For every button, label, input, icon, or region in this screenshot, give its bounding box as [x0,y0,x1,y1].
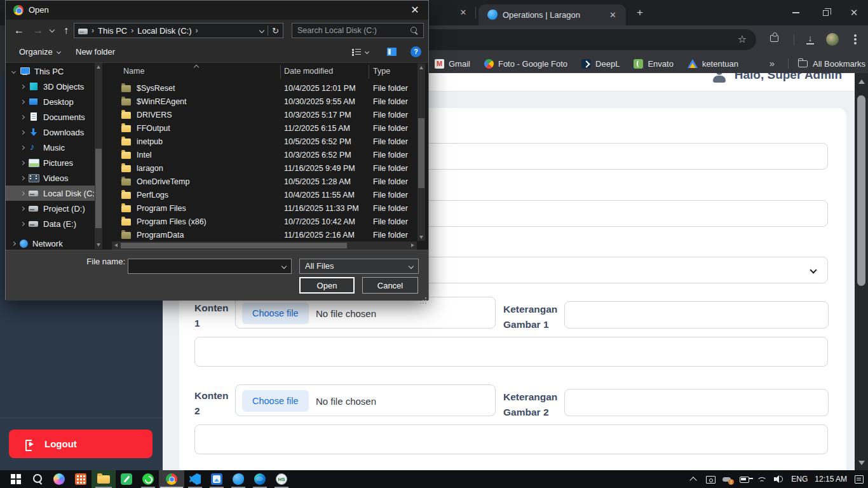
scroll-down-arrow-icon[interactable] [858,461,865,465]
dialog-close-button[interactable]: ✕ [402,1,428,20]
file-row[interactable]: Program Files 11/16/2025 11:33 PM File f… [112,202,417,215]
tree-item[interactable]: Desktop [6,94,98,109]
file-row[interactable]: FFOutput 11/2/2025 6:15 AM File folder [112,122,417,135]
tree-item[interactable]: This PC [6,64,98,79]
preview-pane-button[interactable] [387,41,397,62]
file-row[interactable]: $WinREAgent 10/30/2025 9:55 AM File fold… [112,95,417,109]
scroll-right-arrow-icon[interactable] [411,243,414,247]
clock[interactable]: 12:15 AM [815,475,847,484]
file-row[interactable]: DRIVERS 10/3/2025 5:17 PM File folder [112,109,417,122]
refresh-icon[interactable]: ↻ [272,26,279,36]
column-divider[interactable] [369,65,369,79]
file-list-vertical-scrollbar[interactable] [417,64,425,241]
tree-expander-chevron-icon[interactable] [20,114,25,119]
window-close-button[interactable]: ✕ [841,0,867,25]
breadcrumb-this-pc[interactable]: This PC [98,26,127,36]
taskbar-app-button[interactable] [137,470,159,488]
taskbar-app-button[interactable] [92,470,116,488]
tree-expander-chevron-icon[interactable] [20,221,25,226]
choose-file-button[interactable]: Choose file [242,302,309,324]
taskbar-app-button[interactable] [206,470,227,488]
bookmark-item[interactable]: Gmail [435,59,470,69]
file-row[interactable]: Program Files (x86) 10/7/2025 10:42 AM F… [112,215,417,229]
scroll-up-arrow-icon[interactable] [858,79,865,84]
scroll-down-arrow-icon[interactable] [419,236,423,239]
page-scrollbar[interactable] [855,73,868,470]
file-name-combobox[interactable] [128,259,292,274]
all-bookmarks-button[interactable]: All Bookmarks [798,54,865,73]
tree-expander-chevron-icon[interactable] [20,191,25,195]
dialog-search-box[interactable]: Search Local Disk (C:) [292,23,424,38]
tree-expander-chevron-icon[interactable] [20,99,25,104]
background-tab-close-icon[interactable]: ✕ [458,7,469,18]
taskbar-app-button[interactable] [27,470,48,488]
scroll-up-arrow-icon[interactable] [97,65,100,69]
taskbar-app-button[interactable] [5,470,27,488]
browser-menu-icon[interactable] [854,34,857,37]
new-folder-button[interactable]: New folder [76,41,115,62]
tree-expander-chevron-icon[interactable] [11,241,16,245]
screen-cast-icon[interactable] [705,474,715,484]
action-center-icon[interactable] [854,474,864,484]
battery-icon[interactable] [740,474,750,484]
tree-item[interactable]: Local Disk (C:) [6,186,98,201]
search-icon[interactable] [410,27,418,34]
scrollbar-thumb[interactable] [95,149,102,228]
file-row[interactable]: ProgramData 11/16/2025 2:16 AM File fold… [112,229,417,242]
taskbar-app-button[interactable] [271,470,292,488]
tree-item[interactable]: Pictures [6,155,98,170]
breadcrumb[interactable]: › This PC › Local Disk (C:) › ↻ [74,23,283,38]
logout-button[interactable]: Logout [9,430,153,458]
organize-button[interactable]: Organize [19,41,60,62]
tree-expander-chevron-icon[interactable] [20,130,25,134]
dialog-title-bar[interactable]: Open ✕ [6,1,428,20]
keterangan-2-input[interactable] [564,389,829,416]
tree-expander-chevron-icon[interactable] [20,206,25,210]
file-row[interactable]: inetpub 10/5/2025 6:52 PM File folder [112,135,417,149]
file-type-select[interactable]: All Files [299,259,419,274]
tab-operations-laragon[interactable]: Operations | Laragon ✕ [478,4,626,25]
choose-file-button[interactable]: Choose file [242,390,309,412]
forward-button[interactable]: → [31,24,45,37]
column-header-name[interactable]: Name [123,67,144,76]
tab-close-icon[interactable]: ✕ [607,10,618,20]
file-row[interactable]: $SysReset 10/4/2025 12:01 PM File folder [112,82,417,95]
open-button[interactable]: Open [299,277,355,294]
column-divider[interactable] [280,65,281,79]
tree-expander-chevron-icon[interactable] [20,84,25,88]
scrollbar-thumb[interactable] [121,243,347,248]
tree-item[interactable]: Videos [6,170,98,186]
bookmark-item[interactable]: ketentuan [688,59,738,69]
volume-icon[interactable] [774,474,784,484]
taskbar-app-button[interactable] [70,470,92,488]
taskbar-app-button[interactable] [159,470,184,488]
tree-scrollbar[interactable] [95,63,102,249]
recent-locations-chevron-icon[interactable] [50,27,55,32]
help-button[interactable]: ? [410,41,421,62]
konten-1-textarea[interactable] [194,337,828,367]
address-dropdown-chevron-icon[interactable] [259,28,264,33]
up-button[interactable]: ↑ [59,24,73,37]
taskbar-app-button[interactable] [227,470,249,488]
konten-1-file-input[interactable]: Choose file No file chosen [235,297,496,329]
tray-chevron-icon[interactable] [688,474,698,484]
file-name-input[interactable] [131,260,271,273]
wifi-icon[interactable] [757,475,767,484]
tree-item[interactable]: Data (E:) [6,216,98,231]
tree-expander-chevron-icon[interactable] [20,145,25,149]
bookmark-item[interactable]: Envato [634,59,673,69]
column-header-type[interactable]: Type [373,67,390,76]
tree-item[interactable]: 3D Objects [6,79,98,94]
file-row[interactable]: OneDriveTemp 10/5/2025 1:28 AM File fold… [112,175,417,189]
tree-item[interactable]: Project (D:) [6,201,98,216]
view-mode-button[interactable] [352,41,369,62]
tree-item[interactable]: Music [6,140,98,155]
resize-grip[interactable] [425,297,426,299]
tree-item[interactable]: Documents [6,109,98,125]
tree-item[interactable]: Downloads [6,125,98,140]
tree-expander-chevron-icon[interactable] [11,69,16,73]
extensions-icon[interactable] [770,35,778,42]
taskbar-app-button[interactable] [48,470,70,488]
file-row[interactable]: Intel 10/3/2025 6:52 PM File folder [112,149,417,162]
scroll-up-arrow-icon[interactable] [419,66,423,69]
